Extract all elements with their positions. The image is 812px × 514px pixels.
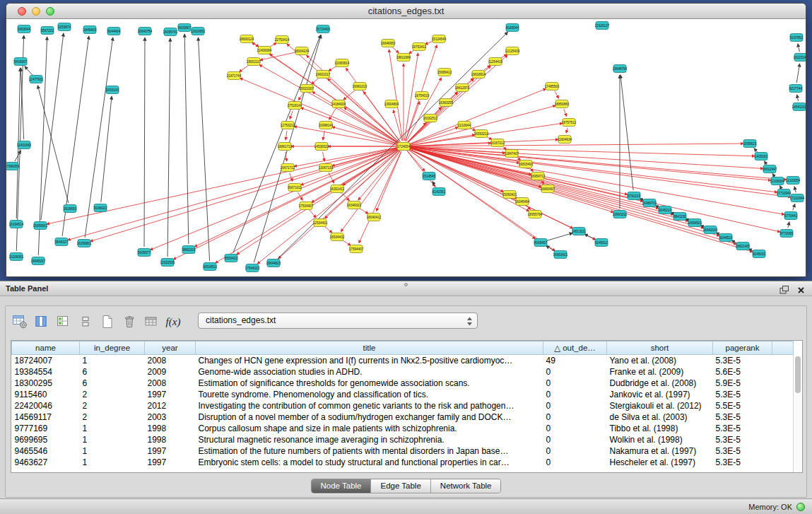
network-table-select[interactable]: citations_edges.txt <box>198 313 478 329</box>
table-row[interactable]: 946554611997Estimation of the future num… <box>12 445 794 457</box>
row-selection-icon[interactable] <box>77 312 94 332</box>
table-row[interactable]: 911546021997Tourette syndrome. Phenomeno… <box>12 389 794 400</box>
graph-edge[interactable] <box>329 109 336 119</box>
graph-node[interactable]: 19754019 <box>415 92 430 100</box>
graph-edge[interactable] <box>546 246 555 252</box>
table-cell[interactable]: 2008 <box>145 355 196 366</box>
graph-node[interactable]: 20671712 <box>281 164 295 172</box>
graph-node[interactable]: 12610651 <box>191 28 206 35</box>
graph-edge[interactable] <box>409 148 753 252</box>
graph-edge[interactable] <box>779 186 782 189</box>
graph-edge[interactable] <box>564 109 567 116</box>
graph-node[interactable]: 18850883 <box>555 100 570 108</box>
graph-node[interactable]: 30671011 <box>288 184 302 192</box>
graph-node[interactable]: 9196022 <box>94 204 107 212</box>
table-row[interactable]: 977716911998Corpus callosum shape and si… <box>12 423 794 434</box>
table-row[interactable]: 1830029562008Estimation of significance … <box>12 378 794 389</box>
graph-edge[interactable] <box>323 152 325 161</box>
table-cell[interactable]: Genome-wide association studies in ADHD. <box>196 366 543 378</box>
graph-node[interactable]: 11847407 <box>505 150 519 158</box>
graph-node[interactable]: 9045210 <box>659 206 671 214</box>
graph-node[interactable]: 22753414 <box>275 36 290 44</box>
graph-node[interactable]: 8183044 <box>506 24 519 32</box>
graph-edge[interactable] <box>286 131 287 140</box>
graph-node[interactable]: 17534407 <box>299 202 314 210</box>
graph-node[interactable]: 9244510 <box>719 234 732 242</box>
graph-node[interactable]: 18004234 <box>295 47 310 55</box>
graph-edge[interactable] <box>409 146 763 168</box>
table-cell[interactable]: 6 <box>80 366 145 378</box>
table-cell[interactable]: 9777169 <box>12 423 80 434</box>
create-column-icon[interactable] <box>55 312 72 332</box>
table-cell[interactable]: 2 <box>80 389 145 400</box>
graph-edge[interactable] <box>797 95 799 101</box>
table-cell[interactable]: 1997 <box>145 389 196 400</box>
table-cell[interactable]: Hescheler et al. (1997) <box>607 457 713 468</box>
graph-edge[interactable] <box>323 131 325 140</box>
graph-node[interactable]: 16363255 <box>439 99 454 107</box>
graph-node[interactable]: 16954712 <box>531 173 546 180</box>
graph-node[interactable]: 10194514 <box>9 221 24 228</box>
graph-node[interactable]: 17594407 <box>349 245 364 253</box>
graph-edge[interactable] <box>407 151 425 171</box>
graph-node[interactable]: 19618914 <box>471 71 486 78</box>
table-cell[interactable]: 9699695 <box>12 434 80 445</box>
graph-edge[interactable] <box>278 150 399 259</box>
graph-node[interactable]: 9044404 <box>107 28 120 35</box>
table-cell[interactable]: Yano et al. (2008) <box>607 355 713 366</box>
graph-node[interactable]: 19611984 <box>396 54 411 62</box>
table-cell[interactable]: 1 <box>80 434 145 445</box>
table-cell[interactable]: 5.9E-5 <box>713 378 772 389</box>
graph-node[interactable]: 15124549 <box>432 35 447 43</box>
network-canvas[interactable]: 1663044956722210538741849403904440420643… <box>6 19 806 276</box>
graph-edge[interactable] <box>41 33 64 220</box>
graph-edge[interactable] <box>772 174 775 177</box>
close-window-button[interactable] <box>18 7 26 16</box>
table-cell[interactable]: Corpus callosum shape and size in male p… <box>196 423 543 434</box>
table-cell[interactable]: 1 <box>80 445 145 457</box>
graph-node[interactable]: 15724403 <box>316 25 331 33</box>
graph-edge[interactable] <box>409 147 784 214</box>
graph-node[interactable]: 16301412 <box>330 185 345 193</box>
graph-edge[interactable] <box>765 161 767 165</box>
graph-edge[interactable] <box>290 173 293 182</box>
graph-node[interactable]: 21871744 <box>227 72 242 80</box>
graph-node[interactable]: 12534401 <box>313 219 328 227</box>
graph-node[interactable]: 16167212 <box>490 139 505 147</box>
window-titlebar[interactable]: citations_edges.txt <box>6 4 806 19</box>
table-cell[interactable]: Franke et al. (2009) <box>607 366 713 378</box>
graph-edge[interactable] <box>584 234 596 240</box>
graph-node[interactable]: 16942033 <box>703 226 718 234</box>
graph-node[interactable]: 14541233 <box>792 103 806 111</box>
table-cell[interactable]: Disruption of a novel member of a sodium… <box>196 411 543 423</box>
graph-edge[interactable] <box>530 168 534 172</box>
table-cell[interactable]: 14569117 <box>12 411 80 423</box>
graph-node[interactable]: 2053100 <box>106 86 119 94</box>
graph-node[interactable]: 16518512 <box>203 263 218 271</box>
graph-node[interactable]: 12125439 <box>505 47 520 55</box>
table-cell[interactable]: 5.3E-5 <box>713 355 772 366</box>
table-cell[interactable]: 2009 <box>145 366 196 378</box>
graph-node[interactable]: 21626137 <box>595 22 610 30</box>
graph-node[interactable]: 6770441 <box>784 212 797 220</box>
graph-node[interactable]: 8550422 <box>225 255 237 262</box>
graph-node[interactable]: 9546327 <box>55 238 68 246</box>
table-cell[interactable]: 9115460 <box>12 389 80 400</box>
table-cell[interactable]: 1997 <box>145 445 196 457</box>
graph-node[interactable]: 1663044 <box>18 25 30 33</box>
graph-node[interactable]: 17710944 <box>777 189 792 197</box>
table-cell[interactable]: 6 <box>80 378 145 389</box>
table-cell[interactable]: 5.6E-5 <box>713 366 772 378</box>
graph-node[interactable]: 9416907 <box>14 58 27 66</box>
table-cell[interactable]: Estimation of the future numbers of pati… <box>196 445 543 457</box>
graph-edge[interactable] <box>47 148 398 224</box>
graph-edge[interactable] <box>344 107 399 144</box>
table-cell[interactable]: 5.5E-5 <box>713 400 772 411</box>
function-builder-icon[interactable]: f(x) <box>165 312 182 332</box>
graph-edge[interactable] <box>144 37 145 247</box>
graph-node[interactable]: 18600124 <box>240 35 254 43</box>
graph-node[interactable]: 12022536 <box>160 259 175 267</box>
graph-edge[interactable] <box>310 210 316 218</box>
table-cell[interactable]: 5.3E-5 <box>713 445 772 457</box>
graph-edge[interactable] <box>555 91 559 98</box>
